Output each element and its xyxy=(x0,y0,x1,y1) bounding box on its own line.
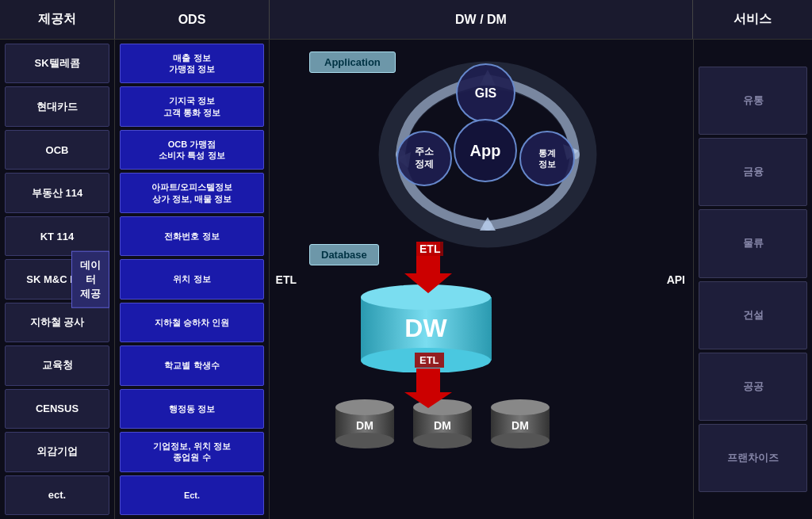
ods-item-7: 지하철 승하차 인원 xyxy=(120,303,264,342)
service-public: 공공 xyxy=(699,353,807,421)
svg-text:DM: DM xyxy=(434,419,451,432)
header-dw-dm: DW / DM xyxy=(270,0,693,39)
svg-text:DW: DW xyxy=(404,314,447,342)
ods-item-9: 행정동 정보 xyxy=(120,389,264,429)
dm-cylinder-3: DM xyxy=(488,396,552,450)
svg-point-20 xyxy=(491,433,550,448)
ods-item-2: 기지국 정보고객 통화 정보 xyxy=(120,86,264,126)
main-content: SK텔레콤 현대카드 OCB 부동산 114 KT 114 SK M&C POI… xyxy=(0,40,812,519)
provider-hyundai-card: 현대카드 xyxy=(5,86,109,126)
ods-item-1: 매출 정보가맹점 정보 xyxy=(120,44,264,83)
provider-sk-telecom: SK텔레콤 xyxy=(5,44,109,83)
header-service: 서비스 xyxy=(693,0,812,39)
svg-point-13 xyxy=(335,399,394,415)
svg-point-21 xyxy=(491,399,550,415)
provider-subway: 지하철 공사 xyxy=(5,303,109,342)
api-label: API xyxy=(667,273,685,286)
circular-diagram: GIS App 주소정제 통계정보 xyxy=(365,55,611,254)
data-provision-label: 데이터제공 xyxy=(71,250,109,308)
circle-stats: 통계정보 xyxy=(519,131,575,186)
svg-text:DM: DM xyxy=(511,419,529,432)
ods-item-6: 위치 정보 xyxy=(120,259,264,299)
header-provider-label: 제공처 xyxy=(38,11,76,28)
ods-item-8: 학교별 학생수 xyxy=(120,345,264,385)
header-service-label: 서비스 xyxy=(733,11,772,28)
service-logistics: 물류 xyxy=(699,209,807,277)
header-ods-label: ODS xyxy=(178,13,206,27)
dw-dm-column: Application xyxy=(270,40,693,519)
service-column: 유통 금융 물류 건설 공공 프랜차이즈 xyxy=(693,40,812,519)
header-provider: 제공처 xyxy=(0,0,115,39)
circle-app: App xyxy=(454,119,517,182)
service-distribution: 유통 xyxy=(699,67,807,135)
svg-marker-10 xyxy=(404,368,452,408)
circle-gis: GIS xyxy=(456,63,515,123)
provider-foreign: 외감기업 xyxy=(5,432,109,471)
header-ods: ODS xyxy=(115,0,270,39)
service-finance: 금융 xyxy=(699,138,807,206)
service-franchise: 프랜차이즈 xyxy=(699,424,807,492)
provider-ocb: OCB xyxy=(5,130,109,170)
header-dw-dm-label: DW / DM xyxy=(455,13,507,27)
ods-item-10: 기업정보, 위치 정보종업원 수 xyxy=(120,432,264,471)
ods-item-11: Ect. xyxy=(120,475,264,515)
ods-item-5: 전화번호 정보 xyxy=(120,216,264,256)
ods-item-3: OCB 가맹점소비자 특성 정보 xyxy=(120,130,264,170)
provider-real-estate: 부동산 114 xyxy=(5,173,109,212)
service-construction: 건설 xyxy=(699,281,807,349)
etl-label-left: ETL xyxy=(276,273,297,286)
database-box: Database xyxy=(309,244,379,265)
application-box: Application xyxy=(309,52,396,73)
header: 제공처 ODS DW / DM 서비스 xyxy=(0,0,812,40)
circle-juso: 주소정제 xyxy=(396,131,452,186)
svg-text:DM: DM xyxy=(356,419,373,432)
svg-point-12 xyxy=(335,433,394,448)
ods-item-4: 아파트/오피스텔정보상가 정보, 매물 정보 xyxy=(120,173,264,212)
dm-cylinder-1: DM xyxy=(333,396,396,450)
red-arrow-dm xyxy=(393,368,464,408)
provider-census: CENSUS xyxy=(5,389,109,429)
etl-arrow-label: ETL xyxy=(416,242,443,256)
etl-label2: ETL xyxy=(415,353,444,368)
provider-education: 교육청 xyxy=(5,345,109,385)
svg-marker-3 xyxy=(480,217,496,231)
svg-point-16 xyxy=(413,433,472,448)
ods-column: 데이터제공 ETL 매출 정보가맹점 정보 기지국 정보고객 통화 정보 OCB… xyxy=(115,40,270,519)
provider-ect: ect. xyxy=(5,475,109,515)
